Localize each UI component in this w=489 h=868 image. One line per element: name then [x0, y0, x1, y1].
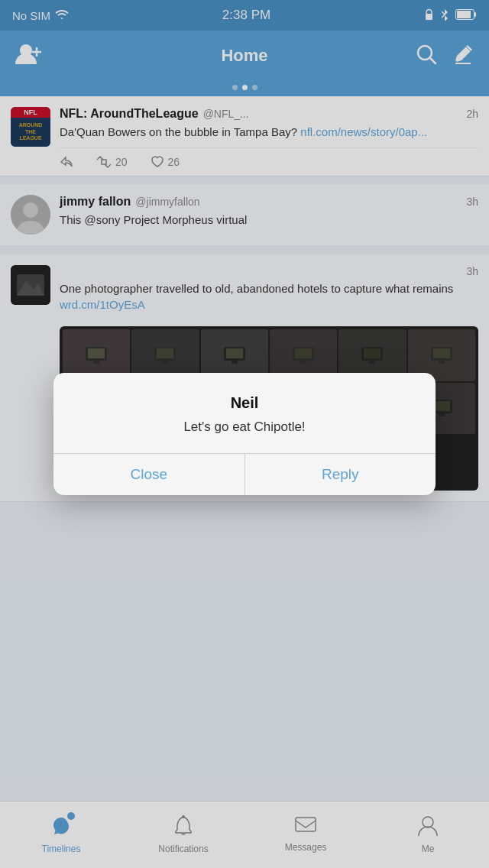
notification-modal: Neil Let's go eat Chipotle! Close Reply [53, 373, 436, 495]
modal-overlay: Neil Let's go eat Chipotle! Close Reply [0, 0, 489, 868]
modal-buttons: Close Reply [53, 453, 436, 495]
modal-title: Neil [76, 394, 413, 412]
reply-button[interactable]: Reply [245, 454, 436, 495]
close-button[interactable]: Close [53, 454, 245, 495]
modal-body: Neil Let's go eat Chipotle! [53, 373, 436, 453]
modal-message: Let's go eat Chipotle! [76, 419, 413, 435]
